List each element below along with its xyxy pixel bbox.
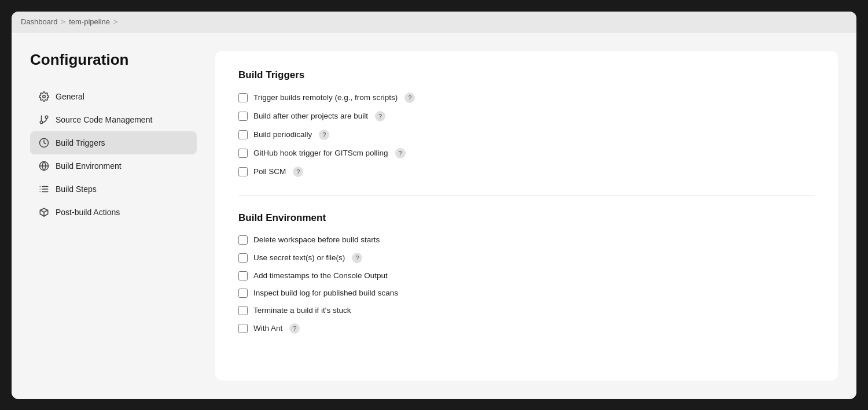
box-icon — [38, 206, 50, 218]
build-after-other-label: Build after other projects are built — [253, 112, 368, 120]
sidebar-item-build-triggers-label: Build Triggers — [56, 138, 105, 147]
sidebar-item-build-steps-label: Build Steps — [56, 184, 97, 194]
app-window: Dashboard > tem-pipeline > Configuration… — [12, 12, 856, 399]
trigger-remote-help[interactable]: ? — [404, 93, 415, 103]
use-secret-row: Use secret text(s) or file(s) ? — [238, 253, 815, 263]
build-triggers-title: Build Triggers — [238, 69, 815, 81]
list-icon — [38, 183, 50, 195]
gear-icon — [38, 91, 50, 102]
sidebar-item-source-code-label: Source Code Management — [56, 115, 152, 124]
build-periodically-row: Build periodically ? — [238, 130, 815, 140]
build-after-other-checkbox[interactable] — [238, 112, 248, 121]
build-periodically-checkbox[interactable] — [238, 130, 248, 139]
sidebar-item-build-triggers[interactable]: Build Triggers — [30, 131, 197, 154]
with-ant-label: With Ant — [253, 324, 282, 333]
page-title: Configuration — [30, 51, 197, 69]
sidebar-item-build-environment[interactable]: Build Environment — [30, 154, 197, 178]
titlebar: Dashboard > tem-pipeline > — [12, 12, 856, 32]
with-ant-checkbox[interactable] — [238, 324, 248, 333]
svg-point-0 — [43, 95, 46, 98]
trigger-remote-checkbox[interactable] — [238, 93, 248, 102]
clock-icon — [38, 137, 50, 149]
build-periodically-help[interactable]: ? — [319, 130, 329, 140]
github-hook-help[interactable]: ? — [395, 148, 406, 158]
delete-workspace-row: Delete workspace before build starts — [238, 235, 815, 245]
sidebar-item-source-code[interactable]: Source Code Management — [30, 108, 197, 131]
add-timestamps-checkbox[interactable] — [238, 271, 248, 280]
page-content: Configuration General — [12, 32, 856, 399]
globe-icon — [38, 160, 50, 172]
sidebar-nav: General Source Code Management — [30, 85, 197, 224]
use-secret-help[interactable]: ? — [352, 253, 362, 263]
github-hook-checkbox[interactable] — [238, 149, 248, 158]
sidebar-item-build-steps[interactable]: Build Steps — [30, 178, 197, 201]
breadcrumb-sep-1: > — [61, 17, 66, 26]
github-hook-label: GitHub hook trigger for GITScm polling — [253, 149, 388, 157]
poll-scm-help[interactable]: ? — [293, 167, 303, 177]
poll-scm-checkbox[interactable] — [238, 167, 248, 176]
add-timestamps-label: Add timestamps to the Console Output — [253, 271, 388, 280]
sidebar-item-post-build-label: Post-build Actions — [56, 208, 120, 217]
breadcrumb-sep-2: > — [113, 17, 118, 26]
with-ant-help[interactable]: ? — [289, 323, 300, 334]
poll-scm-label: Poll SCM — [253, 167, 286, 176]
main-panel: Build Triggers Trigger builds remotely (… — [215, 51, 838, 381]
terminate-stuck-checkbox[interactable] — [238, 306, 248, 315]
build-after-other-row: Build after other projects are built ? — [238, 111, 815, 121]
breadcrumb-dashboard[interactable]: Dashboard — [21, 17, 58, 26]
inspect-build-log-label: Inspect build log for published build sc… — [253, 289, 398, 297]
breadcrumb-pipeline[interactable]: tem-pipeline — [69, 17, 110, 26]
sidebar: Configuration General — [30, 51, 215, 381]
use-secret-checkbox[interactable] — [238, 253, 248, 263]
sidebar-item-general[interactable]: General — [30, 85, 197, 108]
build-triggers-group: Trigger builds remotely (e.g., from scri… — [238, 93, 815, 177]
build-after-other-help[interactable]: ? — [375, 111, 385, 121]
inspect-build-log-checkbox[interactable] — [238, 289, 248, 298]
sidebar-item-general-label: General — [56, 92, 84, 101]
build-environment-title: Build Environment — [238, 212, 815, 224]
delete-workspace-checkbox[interactable] — [238, 235, 248, 245]
build-environment-group: Delete workspace before build starts Use… — [238, 235, 815, 334]
sidebar-item-build-environment-label: Build Environment — [56, 161, 122, 171]
trigger-remote-row: Trigger builds remotely (e.g., from scri… — [238, 93, 815, 103]
poll-scm-row: Poll SCM ? — [238, 167, 815, 177]
with-ant-row: With Ant ? — [238, 323, 815, 334]
add-timestamps-row: Add timestamps to the Console Output — [238, 271, 815, 280]
github-hook-row: GitHub hook trigger for GITScm polling ? — [238, 148, 815, 158]
use-secret-label: Use secret text(s) or file(s) — [253, 253, 345, 262]
section-divider — [238, 195, 815, 196]
fork-icon — [38, 114, 50, 125]
inspect-build-log-row: Inspect build log for published build sc… — [238, 289, 815, 298]
delete-workspace-label: Delete workspace before build starts — [253, 235, 380, 244]
sidebar-item-post-build[interactable]: Post-build Actions — [30, 201, 197, 224]
terminate-stuck-label: Terminate a build if it's stuck — [253, 306, 351, 315]
terminate-stuck-row: Terminate a build if it's stuck — [238, 306, 815, 315]
trigger-remote-label: Trigger builds remotely (e.g., from scri… — [253, 93, 398, 102]
build-periodically-label: Build periodically — [253, 130, 312, 139]
